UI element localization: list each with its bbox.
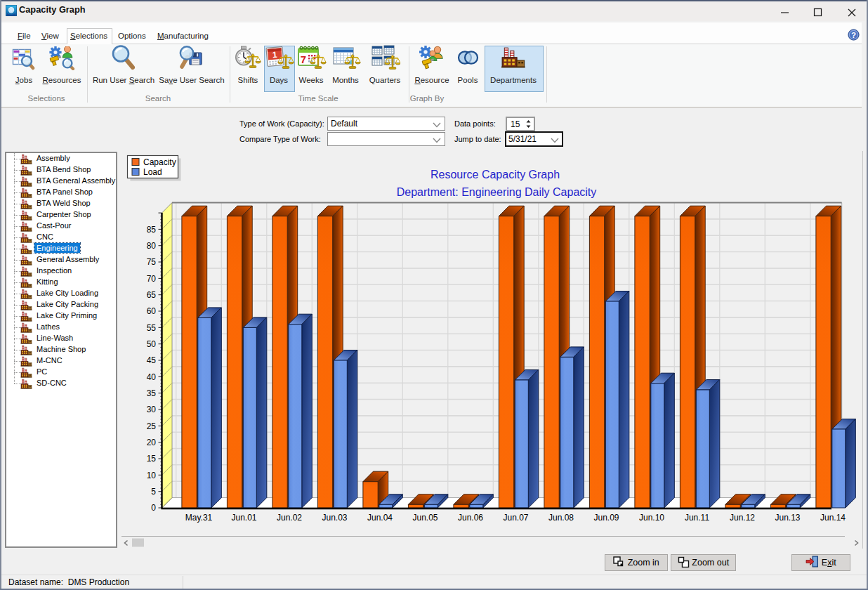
svg-text:Jun.01: Jun.01 (231, 513, 256, 523)
svg-text:85: 85 (147, 225, 157, 235)
svg-text:Load: Load (143, 167, 162, 177)
svg-text:Capacity: Capacity (143, 157, 176, 167)
svg-text:Resource Capacity Graph: Resource Capacity Graph (430, 169, 560, 181)
svg-text:May.31: May.31 (185, 513, 213, 523)
svg-text:60: 60 (147, 306, 157, 316)
svg-text:Jun.08: Jun.08 (548, 513, 574, 523)
svg-text:Jun.14: Jun.14 (820, 513, 846, 523)
svg-text:20: 20 (147, 438, 157, 447)
svg-text:Jun.13: Jun.13 (775, 513, 800, 523)
svg-text:Jun.06: Jun.06 (458, 513, 483, 523)
svg-text:Jun.10: Jun.10 (639, 513, 664, 523)
svg-text:0: 0 (151, 503, 156, 513)
svg-text:40: 40 (147, 372, 157, 382)
svg-text:5: 5 (151, 487, 156, 497)
svg-text:Jun.04: Jun.04 (367, 513, 393, 523)
svg-text:Jun.05: Jun.05 (412, 513, 438, 523)
svg-text:75: 75 (147, 257, 157, 267)
svg-text:Jun.03: Jun.03 (322, 513, 347, 523)
svg-text:25: 25 (147, 421, 157, 431)
svg-text:50: 50 (147, 339, 157, 349)
svg-text:Jun.12: Jun.12 (730, 513, 755, 523)
svg-text:65: 65 (147, 290, 157, 300)
svg-text:30: 30 (147, 405, 157, 414)
svg-text:Jun.02: Jun.02 (277, 513, 302, 523)
svg-text:Jun.09: Jun.09 (593, 513, 619, 523)
svg-text:Jun.07: Jun.07 (503, 513, 528, 523)
svg-text:15: 15 (147, 454, 157, 464)
svg-text:55: 55 (147, 323, 157, 333)
svg-text:Department: Engineering Daily: Department: Engineering Daily Capacity (397, 186, 597, 198)
svg-text:35: 35 (147, 388, 157, 398)
svg-text:Jun.11: Jun.11 (685, 513, 709, 523)
svg-text:70: 70 (147, 274, 157, 284)
svg-text:10: 10 (147, 471, 157, 480)
svg-text:80: 80 (147, 241, 157, 251)
svg-text:45: 45 (147, 355, 157, 365)
